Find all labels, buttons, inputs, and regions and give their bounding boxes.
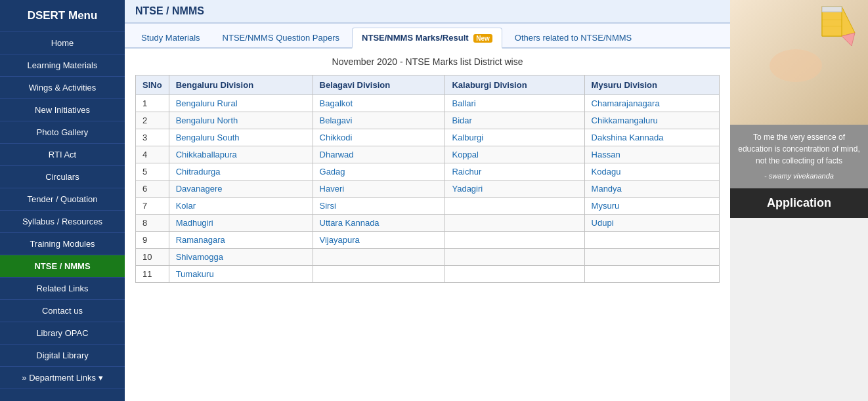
- table-row: 1Bengaluru RuralBagalkotBallariChamaraja…: [136, 95, 720, 112]
- right-panel-image: [730, 0, 868, 125]
- district-link[interactable]: Chikkaballapura: [169, 146, 313, 163]
- empty-cell: [445, 215, 584, 232]
- district-link[interactable]: Raichur: [445, 163, 584, 180]
- district-link[interactable]: Koppal: [445, 146, 584, 163]
- table-row: 3Bengaluru SouthChikkodiKalburgiDakshina…: [136, 129, 720, 146]
- tab-study-materials[interactable]: Study Materials: [131, 28, 210, 47]
- sidebar-item-new-initiatives[interactable]: New Initiatives: [0, 99, 125, 121]
- district-link[interactable]: Ramanagara: [169, 232, 313, 249]
- sidebar-title: DSERT Menu: [0, 0, 125, 32]
- sidebar-item-dept-links[interactable]: » Department Links ▾: [0, 367, 125, 389]
- district-link[interactable]: Chikkamangaluru: [584, 112, 719, 129]
- sidebar-item-learning-materials[interactable]: Learning Materials: [0, 54, 125, 77]
- empty-cell: [445, 232, 584, 249]
- row-number: 6: [136, 180, 169, 198]
- district-link[interactable]: Bengaluru South: [169, 129, 313, 146]
- table-row: 10Shivamogga: [136, 249, 720, 266]
- district-link[interactable]: Vijayapura: [313, 232, 445, 249]
- district-link[interactable]: Belagavi: [313, 112, 445, 129]
- district-link[interactable]: Madhugiri: [169, 215, 313, 232]
- empty-cell: [313, 266, 445, 283]
- data-table: SlNo Bengaluru Division Belagavi Divisio…: [135, 75, 720, 283]
- row-number: 9: [136, 232, 169, 249]
- empty-cell: [313, 249, 445, 266]
- district-link[interactable]: Kalburgi: [445, 129, 584, 146]
- application-banner[interactable]: Application: [730, 188, 868, 218]
- row-number: 2: [136, 112, 169, 129]
- table-row: 6DavanagereHaveriYadagiriMandya: [136, 180, 720, 198]
- col-header-mysuru: Mysuru Division: [584, 75, 719, 95]
- empty-cell: [584, 232, 719, 249]
- district-link[interactable]: Ballari: [445, 95, 584, 112]
- district-link[interactable]: Mysuru: [584, 198, 719, 215]
- svg-rect-5: [822, 7, 842, 12]
- district-link[interactable]: Dharwad: [313, 146, 445, 163]
- tab-others[interactable]: Others related to NTSE/NMMS: [505, 28, 641, 47]
- district-link[interactable]: Davanagere: [169, 180, 313, 198]
- table-title: November 2020 - NTSE Marks list District…: [135, 56, 720, 67]
- sidebar-item-rti-act[interactable]: RTI Act: [0, 144, 125, 166]
- row-number: 10: [136, 249, 169, 266]
- table-row: 2Bengaluru NorthBelagaviBidarChikkamanga…: [136, 112, 720, 129]
- empty-cell: [445, 266, 584, 283]
- district-link[interactable]: Dakshina Kannada: [584, 129, 719, 146]
- svg-point-8: [770, 49, 822, 82]
- col-header-kalaburgi: Kalaburgi Division: [445, 75, 584, 95]
- district-link[interactable]: Bengaluru North: [169, 112, 313, 129]
- sidebar-item-library-opac[interactable]: Library OPAC: [0, 322, 125, 345]
- row-number: 11: [136, 266, 169, 283]
- empty-cell: [584, 249, 719, 266]
- district-link[interactable]: Uttara Kannada: [313, 215, 445, 232]
- district-link[interactable]: Bagalkot: [313, 95, 445, 112]
- district-link[interactable]: Kolar: [169, 198, 313, 215]
- district-link[interactable]: Sirsi: [313, 198, 445, 215]
- decorative-image: [730, 0, 868, 125]
- table-row: 7KolarSirsiMysuru: [136, 198, 720, 215]
- sidebar: DSERT Menu Home Learning Materials Wings…: [0, 0, 125, 401]
- sidebar-item-digital-library[interactable]: Digital Library: [0, 345, 125, 367]
- sidebar-item-contact-us[interactable]: Contact us: [0, 300, 125, 322]
- table-row: 4ChikkaballapuraDharwadKoppalHassan: [136, 146, 720, 163]
- right-panel: To me the very essence of education is c…: [730, 0, 868, 401]
- new-badge: New: [473, 34, 492, 43]
- sidebar-item-circulars[interactable]: Circulars: [0, 166, 125, 188]
- tab-question-papers[interactable]: NTSE/NMMS Question Papers: [213, 28, 349, 47]
- district-link[interactable]: Shivamogga: [169, 249, 313, 266]
- tab-bar: Study Materials NTSE/NMMS Question Paper…: [125, 24, 730, 49]
- district-link[interactable]: Udupi: [584, 215, 719, 232]
- district-link[interactable]: Bidar: [445, 112, 584, 129]
- sidebar-item-home[interactable]: Home: [0, 32, 125, 54]
- district-link[interactable]: Kodagu: [584, 163, 719, 180]
- district-link[interactable]: Haveri: [313, 180, 445, 198]
- quote-text: To me the very essence of education is c…: [737, 131, 861, 167]
- empty-cell: [445, 198, 584, 215]
- sidebar-item-related-links[interactable]: Related Links: [0, 278, 125, 300]
- row-number: 1: [136, 95, 169, 112]
- tab-marks-result[interactable]: NTSE/NMMS Marks/Result New: [352, 28, 502, 49]
- sidebar-item-tender-quotation[interactable]: Tender / Quotation: [0, 188, 125, 211]
- district-link[interactable]: Chitradurga: [169, 163, 313, 180]
- district-link[interactable]: Gadag: [313, 163, 445, 180]
- district-link[interactable]: Hassan: [584, 146, 719, 163]
- col-header-belagavi: Belagavi Division: [313, 75, 445, 95]
- empty-cell: [584, 266, 719, 283]
- sidebar-item-training-modules[interactable]: Training Modules: [0, 233, 125, 255]
- district-link[interactable]: Mandya: [584, 180, 719, 198]
- col-header-bengaluru: Bengaluru Division: [169, 75, 313, 95]
- row-number: 5: [136, 163, 169, 180]
- sidebar-item-wings-activities[interactable]: Wings & Activities: [0, 77, 125, 99]
- row-number: 3: [136, 129, 169, 146]
- district-link[interactable]: Bengaluru Rural: [169, 95, 313, 112]
- district-link[interactable]: Chikkodi: [313, 129, 445, 146]
- district-link[interactable]: Chamarajanagara: [584, 95, 719, 112]
- table-row: 5ChitradurgaGadagRaichurKodagu: [136, 163, 720, 180]
- page-header: NTSE / NMMS: [125, 0, 730, 24]
- district-link[interactable]: Yadagiri: [445, 180, 584, 198]
- sidebar-item-ntse-nmms[interactable]: NTSE / NMMS: [0, 255, 125, 278]
- col-header-slno: SlNo: [136, 75, 169, 95]
- quote-author: - swamy vivekananda: [737, 171, 861, 182]
- sidebar-item-syllabus-resources[interactable]: Syllabus / Resources: [0, 211, 125, 233]
- quote-box: To me the very essence of education is c…: [730, 125, 868, 188]
- sidebar-item-photo-gallery[interactable]: Photo Gallery: [0, 121, 125, 144]
- district-link[interactable]: Tumakuru: [169, 266, 313, 283]
